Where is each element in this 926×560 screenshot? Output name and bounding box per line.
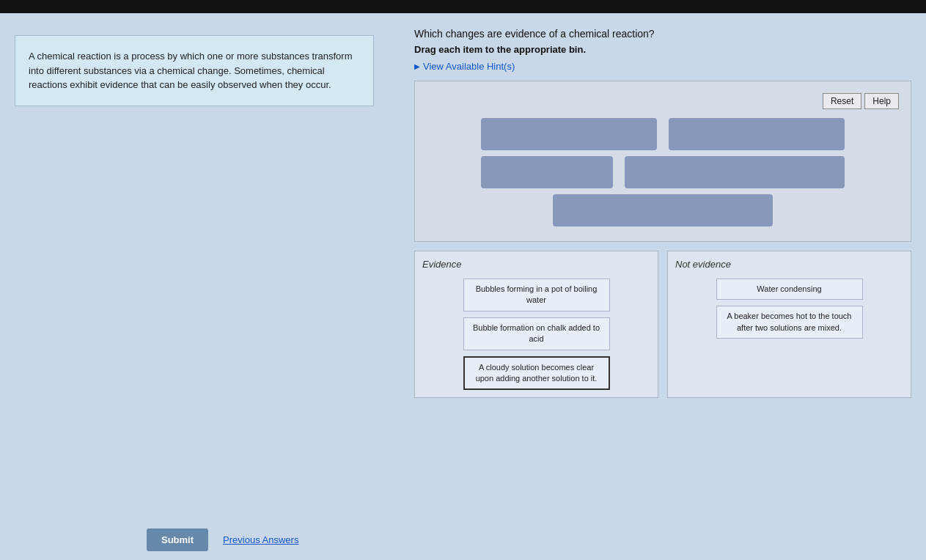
evidence-bin: Evidence Bubbles forming in a pot of boi… [414,251,658,398]
drag-area: Reset Help [414,81,911,242]
drag-row-1 [481,118,845,150]
drag-slot-3[interactable] [481,156,613,188]
evidence-item-2[interactable]: Bubble formation on chalk added to acid [463,317,610,350]
left-panel: A chemical reaction is a process by whic… [0,13,407,520]
previous-answers-link[interactable]: Previous Answers [223,534,298,545]
toolbar: Reset Help [427,93,899,109]
drag-row-3 [553,194,773,226]
drag-slots-area [427,118,899,226]
question-text: Which changes are evidence of a chemical… [414,28,911,40]
evidence-item-3[interactable]: A cloudy solution becomes clear upon add… [463,356,610,391]
evidence-item-1[interactable]: Bubbles forming in a pot of boiling wate… [463,279,610,312]
drag-instruction: Drag each item to the appropriate bin. [414,44,911,55]
hints-link[interactable]: View Available Hint(s) [414,61,911,72]
help-button[interactable]: Help [864,93,899,109]
drag-slot-1[interactable] [481,118,657,150]
not-evidence-item-2[interactable]: A beaker becomes hot to the touch after … [716,306,863,339]
info-box: A chemical reaction is a process by whic… [15,35,374,106]
drag-slot-2[interactable] [669,118,845,150]
evidence-bin-title: Evidence [422,259,650,270]
bottom-bar: Submit Previous Answers [0,520,926,560]
not-evidence-bin-items: Water condensing A beaker becomes hot to… [675,279,903,339]
top-bar [0,0,926,13]
drag-slot-4[interactable] [625,156,845,188]
hints-link-text: View Available Hint(s) [423,61,515,72]
reset-button[interactable]: Reset [823,93,861,109]
info-text: A chemical reaction is a process by whic… [29,51,352,90]
drag-slot-5[interactable] [553,194,773,226]
not-evidence-bin-title: Not evidence [675,259,903,270]
submit-button[interactable]: Submit [147,528,208,551]
not-evidence-item-1[interactable]: Water condensing [716,279,863,300]
right-panel: Which changes are evidence of a chemical… [407,13,926,520]
bins-row: Evidence Bubbles forming in a pot of boi… [414,251,911,398]
main-content: A chemical reaction is a process by whic… [0,13,926,520]
evidence-bin-items: Bubbles forming in a pot of boiling wate… [422,279,650,390]
not-evidence-bin: Not evidence Water condensing A beaker b… [667,251,911,398]
drag-row-2 [481,156,845,188]
